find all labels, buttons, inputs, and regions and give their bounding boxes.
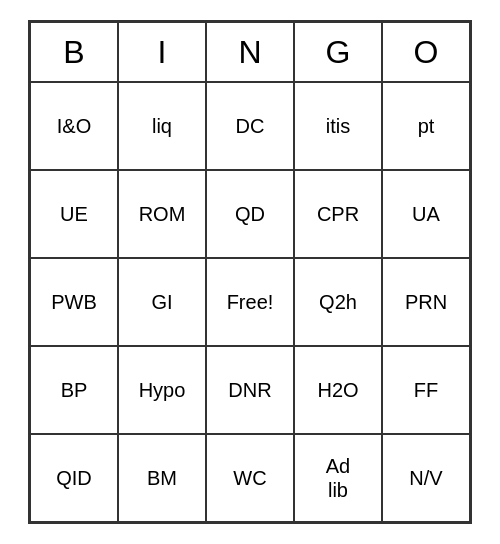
grid-cell-r2-c3: Q2h — [294, 258, 382, 346]
grid-cell-r2-c4: PRN — [382, 258, 470, 346]
grid-cell-r3-c3: H2O — [294, 346, 382, 434]
grid-cell-r4-c4: N/V — [382, 434, 470, 522]
grid-cell-r4-c0: QID — [30, 434, 118, 522]
grid-cell-r1-c4: UA — [382, 170, 470, 258]
grid-cell-r2-c1: GI — [118, 258, 206, 346]
header-cell: G — [294, 22, 382, 82]
grid-cell-r0-c4: pt — [382, 82, 470, 170]
grid-cell-r1-c3: CPR — [294, 170, 382, 258]
header-cell: B — [30, 22, 118, 82]
grid-cell-r0-c1: liq — [118, 82, 206, 170]
grid-cell-r2-c2: Free! — [206, 258, 294, 346]
grid-cell-r1-c1: ROM — [118, 170, 206, 258]
grid-cell-r3-c2: DNR — [206, 346, 294, 434]
grid-cell-r2-c0: PWB — [30, 258, 118, 346]
grid-cell-r0-c2: DC — [206, 82, 294, 170]
bingo-header: BINGO — [30, 22, 470, 82]
header-cell: I — [118, 22, 206, 82]
header-cell: N — [206, 22, 294, 82]
grid-cell-r3-c0: BP — [30, 346, 118, 434]
bingo-card: BINGO I&OliqDCitisptUEROMQDCPRUAPWBGIFre… — [28, 20, 472, 524]
grid-cell-r4-c1: BM — [118, 434, 206, 522]
grid-cell-r3-c1: Hypo — [118, 346, 206, 434]
grid-cell-r1-c0: UE — [30, 170, 118, 258]
header-cell: O — [382, 22, 470, 82]
grid-cell-r4-c2: WC — [206, 434, 294, 522]
grid-cell-r3-c4: FF — [382, 346, 470, 434]
grid-cell-r0-c3: itis — [294, 82, 382, 170]
bingo-grid: I&OliqDCitisptUEROMQDCPRUAPWBGIFree!Q2hP… — [30, 82, 470, 522]
grid-cell-r1-c2: QD — [206, 170, 294, 258]
grid-cell-r4-c3: Adlib — [294, 434, 382, 522]
grid-cell-r0-c0: I&O — [30, 82, 118, 170]
